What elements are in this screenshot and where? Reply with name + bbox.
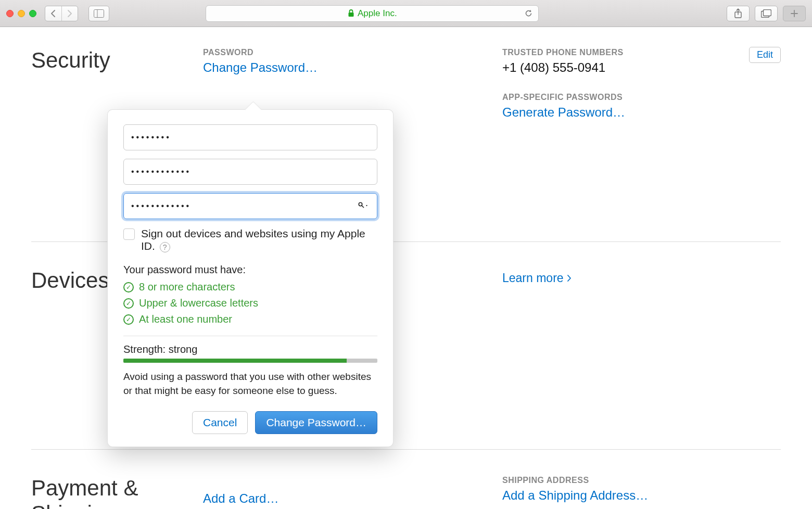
forward-button[interactable]: [62, 6, 78, 21]
lock-icon: [348, 9, 354, 17]
password-header: PASSWORD: [203, 48, 481, 57]
reload-button[interactable]: [524, 9, 533, 18]
section-payment-shipping: Payment & Shipping Add a Card… SHIPPING …: [31, 476, 781, 509]
chevron-right-icon: [567, 274, 572, 282]
trusted-phone-value: +1 (408) 555-0941: [502, 60, 781, 75]
back-button[interactable]: [45, 6, 62, 21]
site-name: Apple Inc.: [358, 8, 397, 19]
strength-meter-fill: [123, 359, 347, 363]
svg-rect-0: [94, 9, 104, 17]
cancel-button[interactable]: Cancel: [192, 411, 248, 434]
new-password-field[interactable]: ••••••••••••: [123, 159, 377, 185]
share-button[interactable]: [727, 6, 750, 21]
current-password-field[interactable]: ••••••••: [123, 124, 377, 150]
password-key-icon[interactable]: [358, 202, 370, 210]
generate-password-link[interactable]: Generate Password…: [502, 105, 781, 120]
page-content: Security PASSWORD Change Password… TRUST…: [0, 27, 812, 509]
learn-more-link[interactable]: Learn more: [502, 271, 564, 285]
minimize-window-button[interactable]: [18, 10, 25, 17]
confirm-password-field[interactable]: ••••••••••••: [123, 193, 377, 219]
help-icon[interactable]: ?: [160, 242, 170, 252]
check-circle-icon: ✓: [123, 314, 134, 325]
edit-button[interactable]: Edit: [749, 47, 781, 63]
change-password-popover: •••••••• •••••••••••• •••••••••••• Sign …: [107, 109, 394, 447]
change-password-link[interactable]: Change Password…: [203, 60, 481, 75]
password-rule: ✓ At least one number: [123, 313, 377, 325]
browser-toolbar: Apple Inc.: [0, 0, 812, 27]
shipping-header: SHIPPING ADDRESS: [502, 476, 781, 485]
tabs-button[interactable]: [755, 6, 778, 21]
svg-rect-2: [349, 12, 354, 17]
password-advice: Avoid using a password that you use with…: [123, 370, 377, 398]
trusted-phone-header: TRUSTED PHONE NUMBERS: [502, 48, 781, 57]
divider: [123, 336, 377, 336]
current-password-value: ••••••••: [131, 133, 171, 142]
strength-meter: [123, 359, 377, 363]
new-password-value: ••••••••••••: [131, 167, 191, 176]
app-specific-header: APP-SPECIFIC PASSWORDS: [502, 93, 781, 102]
signout-checkbox[interactable]: [123, 228, 135, 240]
password-rule: ✓ 8 or more characters: [123, 281, 377, 293]
check-circle-icon: ✓: [123, 282, 134, 292]
nav-back-forward: [45, 6, 78, 21]
change-password-button[interactable]: Change Password…: [255, 411, 377, 434]
strength-label: Strength: strong: [123, 343, 377, 355]
requirements-title: Your password must have:: [123, 264, 377, 276]
new-tab-button[interactable]: [783, 6, 806, 21]
signout-label: Sign out devices and websites using my A…: [141, 227, 377, 252]
svg-rect-5: [763, 9, 771, 16]
add-shipping-link[interactable]: Add a Shipping Address…: [502, 488, 781, 503]
section-title-payment: Payment & Shipping: [31, 476, 203, 509]
sidebar-button[interactable]: [88, 6, 109, 21]
svg-point-6: [359, 202, 362, 206]
address-bar[interactable]: Apple Inc.: [206, 5, 539, 22]
confirm-password-value: ••••••••••••: [131, 201, 191, 211]
add-card-link[interactable]: Add a Card…: [203, 491, 481, 506]
password-rule: ✓ Upper & lowercase letters: [123, 297, 377, 309]
fullscreen-window-button[interactable]: [29, 10, 36, 17]
check-circle-icon: ✓: [123, 298, 134, 309]
close-window-button[interactable]: [6, 10, 14, 17]
window-controls: [6, 10, 36, 17]
